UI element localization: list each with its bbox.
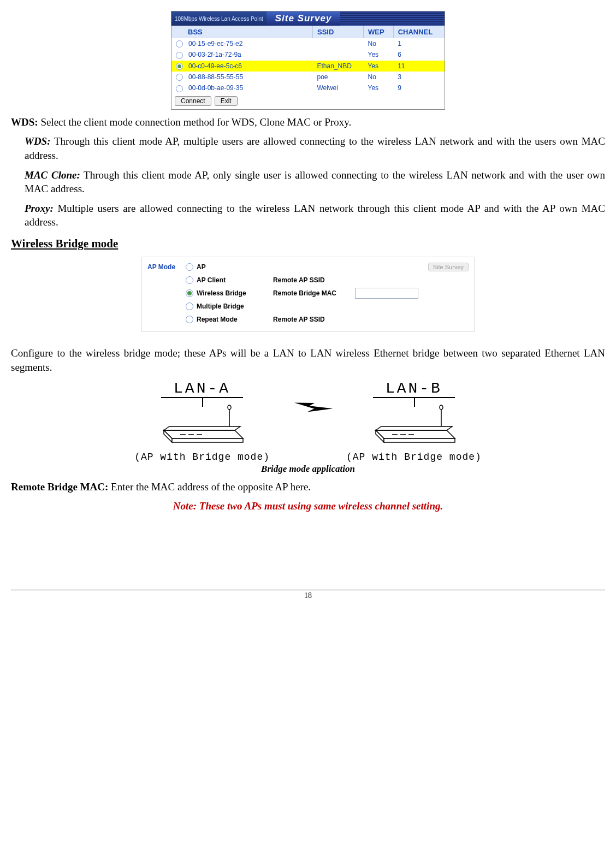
bss-cell: 00-c0-49-ee-5c-c6 bbox=[188, 62, 242, 70]
row-radio-selected[interactable] bbox=[176, 63, 183, 70]
wep-cell: Yes bbox=[364, 61, 394, 72]
ssid-cell bbox=[313, 38, 364, 49]
wep-cell: Yes bbox=[364, 82, 394, 93]
channel-cell: 3 bbox=[393, 72, 445, 82]
mac-label: MAC Clone: bbox=[25, 169, 80, 181]
col-wep: WEP bbox=[364, 26, 394, 38]
wds-intro-body: Select the client mode connection method… bbox=[38, 116, 352, 128]
bss-cell: 00-0d-0b-ae-09-35 bbox=[188, 84, 243, 92]
channel-cell: 9 bbox=[393, 82, 445, 93]
radio-ap-label: AP bbox=[197, 263, 206, 271]
bss-cell: 00-03-2f-1a-72-9a bbox=[188, 51, 241, 58]
wds-para: WDS: Through this client mode AP, multip… bbox=[25, 134, 605, 162]
table-row[interactable]: 00-03-2f-1a-72-9a Yes 6 bbox=[171, 49, 445, 60]
ap-caption-a: (AP with Bridge mode) bbox=[134, 452, 270, 462]
banner-tag: 108Mbps Wireless Lan Access Point bbox=[171, 16, 263, 22]
remote-bridge-para: Remote Bridge MAC: Enter the MAC address… bbox=[11, 480, 605, 494]
proxy-para: Proxy: Multiple users are allowed connec… bbox=[25, 201, 605, 229]
wds-body: Through this client mode AP, multiple us… bbox=[25, 135, 605, 161]
row-radio[interactable] bbox=[176, 74, 183, 81]
remote-bridge-mac-input[interactable] bbox=[355, 288, 418, 299]
wds-intro: WDS: Select the client mode connection m… bbox=[11, 115, 605, 129]
ssid-cell: poe bbox=[313, 72, 364, 82]
proxy-label: Proxy: bbox=[25, 203, 54, 214]
table-row-selected[interactable]: 00-c0-49-ee-5c-c6 Ethan_NBD Yes 11 bbox=[171, 61, 445, 72]
svg-marker-5 bbox=[293, 396, 333, 420]
row-radio[interactable] bbox=[176, 85, 183, 92]
table-row[interactable]: 00-88-88-55-55-55 poe No 3 bbox=[171, 72, 445, 82]
remote-ap-ssid-label: Remote AP SSID bbox=[273, 276, 355, 284]
remote-bridge-mac-label: Remote Bridge MAC bbox=[273, 289, 355, 297]
table-header-row: BSS SSID WEP CHANNEL bbox=[171, 26, 445, 38]
figure-caption: Bridge mode application bbox=[11, 464, 605, 475]
apmode-title: AP Mode bbox=[147, 263, 186, 271]
mac-body: Through this client mode AP, only single… bbox=[25, 169, 605, 195]
connect-button[interactable]: Connect bbox=[175, 96, 211, 106]
site-survey-table: BSS SSID WEP CHANNEL 00-15-e9-ec-75-e2 N… bbox=[171, 26, 445, 94]
bss-cell: 00-15-e9-ec-75-e2 bbox=[188, 40, 242, 48]
footer-divider bbox=[11, 590, 605, 590]
radio-ap-client[interactable] bbox=[186, 276, 193, 284]
ap-mode-panel: AP Mode AP Site Survey AP Client Remote … bbox=[141, 257, 475, 332]
row-radio[interactable] bbox=[176, 40, 183, 48]
bridge-diagram: LAN-A (AP with Bridge mode) bbox=[11, 380, 605, 462]
page-content: 108Mbps Wireless Lan Access Point Site S… bbox=[11, 11, 605, 600]
bridge-side-a: LAN-A (AP with Bridge mode) bbox=[134, 380, 270, 462]
wep-cell: Yes bbox=[364, 49, 394, 60]
proxy-body: Multiple users are allowed connecting to… bbox=[25, 203, 605, 228]
channel-cell: 1 bbox=[393, 38, 445, 49]
lan-b-label: LAN-B bbox=[346, 380, 482, 397]
table-row[interactable]: 00-0d-0b-ae-09-35 Weiwei Yes 9 bbox=[171, 82, 445, 93]
radio-multiple-bridge-label: Multiple Bridge bbox=[197, 303, 244, 310]
ssid-cell: Weiwei bbox=[313, 82, 364, 93]
remote-bridge-label: Remote Bridge MAC: bbox=[11, 481, 108, 493]
wireless-link-icon bbox=[278, 390, 338, 452]
lan-a-line bbox=[161, 397, 243, 398]
bss-cell: 00-88-88-55-55-55 bbox=[188, 73, 243, 81]
row-radio[interactable] bbox=[176, 52, 183, 59]
site-survey-button[interactable]: Site Survey bbox=[428, 263, 469, 271]
bridge-side-b: LAN-B (AP with Bridge mode) bbox=[346, 380, 482, 462]
col-channel: CHANNEL bbox=[393, 26, 445, 38]
table-row[interactable]: 00-15-e9-ec-75-e2 No 1 bbox=[171, 38, 445, 49]
lan-a-label: LAN-A bbox=[134, 380, 270, 397]
channel-cell: 6 bbox=[393, 49, 445, 60]
radio-multiple-bridge[interactable] bbox=[186, 303, 193, 310]
radio-wireless-bridge-label: Wireless Bridge bbox=[197, 289, 246, 297]
ap-device-icon bbox=[365, 400, 463, 449]
svg-point-1 bbox=[228, 405, 231, 410]
site-survey-window: 108Mbps Wireless Lan Access Point Site S… bbox=[171, 11, 445, 110]
ssid-cell: Ethan_NBD bbox=[313, 61, 364, 72]
col-bss: BSS bbox=[171, 26, 313, 38]
channel-cell: 11 bbox=[393, 61, 445, 72]
radio-ap[interactable] bbox=[186, 263, 193, 271]
radio-repeat-mode-label: Repeat Mode bbox=[197, 316, 238, 323]
banner-title: Site Survey bbox=[266, 11, 341, 26]
note-text: Note: These two APs must using same wire… bbox=[11, 499, 605, 513]
site-survey-banner: 108Mbps Wireless Lan Access Point Site S… bbox=[171, 11, 445, 26]
exit-button[interactable]: Exit bbox=[215, 96, 238, 106]
lan-b-line bbox=[373, 397, 455, 398]
remote-bridge-body: Enter the MAC address of the opposite AP… bbox=[108, 481, 311, 493]
col-ssid: SSID bbox=[313, 26, 364, 38]
mac-clone-para: MAC Clone: Through this client mode AP, … bbox=[25, 168, 605, 196]
bridge-para: Configure to the wireless bridge mode; t… bbox=[11, 346, 605, 374]
radio-ap-client-label: AP Client bbox=[197, 276, 226, 284]
section-wireless-bridge: Wireless Bridge mode bbox=[11, 236, 605, 251]
svg-point-7 bbox=[440, 405, 443, 410]
remote-ap-ssid-label-2: Remote AP SSID bbox=[273, 316, 355, 323]
radio-wireless-bridge[interactable] bbox=[186, 289, 193, 297]
ap-caption-b: (AP with Bridge mode) bbox=[346, 452, 482, 462]
ap-device-icon bbox=[153, 400, 251, 449]
page-number: 18 bbox=[11, 591, 605, 600]
wds-label: WDS: bbox=[25, 135, 51, 147]
ssid-cell bbox=[313, 49, 364, 60]
banner-stripe bbox=[340, 11, 445, 26]
wep-cell: No bbox=[364, 72, 394, 82]
wep-cell: No bbox=[364, 38, 394, 49]
wds-intro-label: WDS: bbox=[11, 116, 38, 128]
radio-repeat-mode[interactable] bbox=[186, 316, 193, 323]
